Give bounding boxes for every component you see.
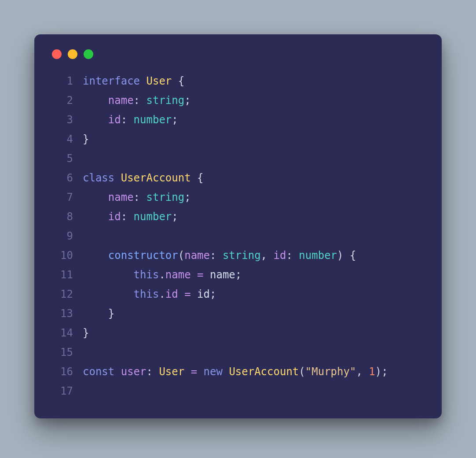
line-content: }: [83, 304, 424, 323]
code-token: number: [299, 249, 337, 262]
code-token: UserAccount: [229, 366, 299, 378]
code-token: =: [197, 269, 203, 281]
line-content: [83, 226, 424, 246]
line-content: const user: User = new UserAccount("Murp…: [83, 362, 424, 381]
line-number: 5: [52, 149, 83, 168]
line-number: 6: [52, 168, 83, 188]
code-line: 4}: [52, 129, 424, 149]
line-content: class UserAccount {: [83, 168, 424, 188]
code-token: =: [191, 366, 197, 378]
code-token: ;: [172, 211, 178, 223]
code-token: ) {: [337, 249, 356, 262]
code-line: 17: [52, 381, 424, 401]
line-content: constructor(name: string, id: number) {: [83, 246, 424, 265]
code-token: id: [108, 114, 121, 126]
code-token: :: [134, 191, 146, 203]
code-token: .: [159, 269, 165, 281]
line-content: }: [83, 323, 424, 343]
line-number: 10: [52, 246, 83, 265]
code-token: id: [191, 288, 210, 300]
code-token: name: [204, 269, 235, 281]
code-token: 1: [369, 366, 375, 378]
line-number: 2: [52, 91, 83, 110]
code-token: this: [134, 269, 159, 281]
code-token: (: [178, 249, 184, 262]
code-token: name: [108, 94, 134, 107]
code-window: 1interface User {2 name: string;3 id: nu…: [34, 34, 442, 418]
code-token: :: [146, 366, 159, 378]
code-token: }: [83, 327, 89, 339]
code-token: ,: [261, 249, 274, 262]
code-token: [83, 94, 108, 107]
code-token: [83, 114, 108, 126]
code-token: [114, 366, 121, 378]
code-token: string: [146, 94, 185, 107]
line-content: interface User {: [83, 71, 424, 91]
line-content: [83, 343, 424, 362]
code-token: (: [299, 366, 305, 378]
code-token: ;: [172, 114, 178, 126]
code-token: id: [165, 288, 178, 300]
code-token: ;: [235, 269, 242, 281]
line-content: id: number;: [83, 207, 424, 226]
minimize-icon[interactable]: [68, 49, 77, 59]
code-token: "Murphy": [305, 366, 356, 378]
code-token: :: [121, 211, 134, 223]
code-token: :: [121, 114, 134, 126]
code-line: 3 id: number;: [52, 110, 424, 129]
code-token: constructor: [108, 249, 178, 262]
code-token: }: [83, 133, 89, 145]
code-token: =: [184, 288, 190, 300]
code-editor[interactable]: 1interface User {2 name: string;3 id: nu…: [52, 71, 424, 401]
code-line: 9: [52, 226, 424, 246]
code-token: {: [191, 172, 204, 184]
code-token: [140, 75, 146, 87]
code-line: 8 id: number;: [52, 207, 424, 226]
code-token: ;: [210, 288, 216, 300]
code-token: );: [375, 366, 388, 378]
code-token: id: [108, 211, 121, 223]
close-icon[interactable]: [52, 49, 62, 59]
code-token: user: [121, 366, 146, 378]
line-number: 14: [52, 323, 83, 343]
code-line: 1interface User {: [52, 71, 424, 91]
line-number: 9: [52, 226, 83, 246]
code-line: 13 }: [52, 304, 424, 323]
code-line: 15: [52, 343, 424, 362]
code-token: [197, 366, 203, 378]
code-token: [114, 172, 121, 184]
code-line: 16const user: User = new UserAccount("Mu…: [52, 362, 424, 381]
code-token: [83, 191, 108, 203]
code-token: ;: [184, 94, 190, 107]
line-number: 16: [52, 362, 83, 381]
code-token: }: [83, 307, 114, 320]
line-content: name: string;: [83, 188, 424, 207]
line-number: 1: [52, 71, 83, 91]
code-token: const: [83, 366, 114, 378]
code-line: 7 name: string;: [52, 188, 424, 207]
code-line: 11 this.name = name;: [52, 265, 424, 284]
code-token: :: [286, 249, 299, 262]
line-content: this.name = name;: [83, 265, 424, 284]
line-content: this.id = id;: [83, 284, 424, 304]
line-content: [83, 381, 424, 401]
code-token: ,: [356, 366, 369, 378]
line-number: 15: [52, 343, 83, 362]
code-token: interface: [83, 75, 140, 87]
code-token: number: [134, 211, 172, 223]
stage: 1interface User {2 name: string;3 id: nu…: [0, 0, 476, 458]
line-number: 4: [52, 129, 83, 149]
code-token: string: [146, 191, 185, 203]
zoom-icon[interactable]: [84, 49, 93, 59]
code-line: 12 this.id = id;: [52, 284, 424, 304]
code-token: [223, 366, 229, 378]
line-number: 7: [52, 188, 83, 207]
line-number: 11: [52, 265, 83, 284]
code-token: [83, 211, 108, 223]
code-token: string: [223, 249, 261, 262]
code-line: 14}: [52, 323, 424, 343]
code-line: 10 constructor(name: string, id: number)…: [52, 246, 424, 265]
line-number: 17: [52, 381, 83, 401]
code-token: [83, 288, 134, 300]
line-number: 13: [52, 304, 83, 323]
